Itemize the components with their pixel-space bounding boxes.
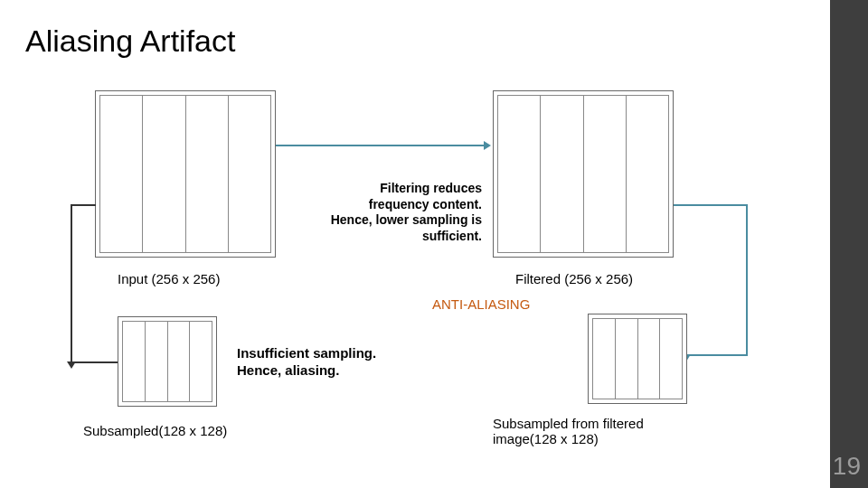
arrow-input-to-filtered <box>276 145 484 146</box>
image-filtered <box>493 90 674 258</box>
image-input <box>95 90 276 258</box>
image-subsampled-filtered <box>588 314 687 404</box>
sidebar-accent: 19 <box>830 0 868 488</box>
caption-input: Input (256 x 256) <box>118 271 220 286</box>
caption-subsampled-filtered: Subsampled from filtered image(128 x 128… <box>493 416 644 446</box>
insufficient-sampling-text: Insufficient sampling. Hence, aliasing. <box>237 345 376 380</box>
image-subsampled <box>118 316 217 407</box>
caption-subsampled: Subsampled(128 x 128) <box>83 423 227 438</box>
middle-explainer: Filtering reduces frequency content. Hen… <box>288 181 482 244</box>
page-number: 19 <box>833 452 861 481</box>
caption-filtered: Filtered (256 x 256) <box>515 271 633 286</box>
anti-aliasing-label: ANTI-ALIASING <box>432 296 530 312</box>
slide: 19 Aliasing Artifact Input (256 x 256) F… <box>0 0 868 488</box>
slide-title: Aliasing Artifact <box>25 23 235 59</box>
